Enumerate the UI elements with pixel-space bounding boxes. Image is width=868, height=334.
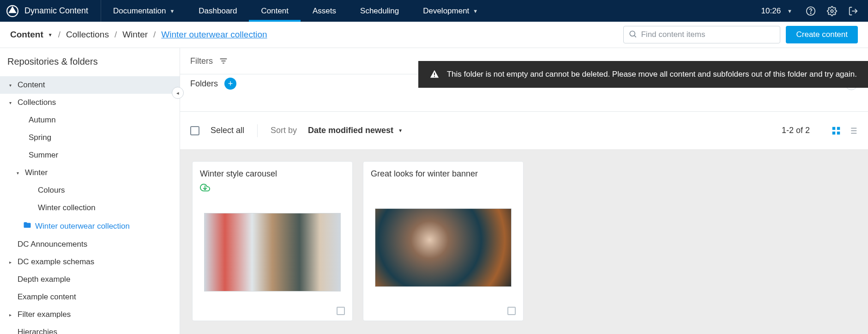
nav-scheduling[interactable]: Scheduling (348, 0, 411, 22)
svg-rect-8 (434, 76, 435, 77)
logout-icon[interactable] (847, 5, 860, 18)
select-all-label: Select all (211, 126, 244, 135)
brand-text: Dynamic Content (24, 6, 88, 16)
sort-value-text: Date modified newest (308, 126, 393, 135)
tree-label: Winter outerwear collection (35, 222, 130, 231)
breadcrumb-root-label: Content (10, 30, 43, 40)
divider (257, 124, 258, 137)
nav-item-label: Scheduling (360, 6, 399, 16)
tree-root-content[interactable]: ▾ Content (0, 76, 180, 94)
tree-collections[interactable]: ▾ Collections (0, 94, 180, 111)
sidebar: Repositories & folders ▾ Content ▾ Colle… (0, 48, 180, 334)
add-folder-button[interactable]: + (224, 78, 236, 90)
breadcrumb-current[interactable]: Winter outerwear collection (161, 30, 267, 40)
content-card[interactable]: Great looks for winter banner (363, 161, 524, 321)
svg-rect-12 (832, 127, 835, 129)
settings-icon[interactable] (826, 5, 838, 18)
search-input[interactable] (641, 30, 775, 39)
tree-hierarchies[interactable]: ▸Hierarchies (0, 323, 180, 334)
top-nav: Dynamic Content Documentation ▼ Dashboar… (0, 0, 868, 22)
filter-icon[interactable] (218, 56, 229, 66)
list-view-button[interactable] (848, 126, 858, 136)
tree-dc-example-schemas[interactable]: ▸DC example schemas (0, 253, 180, 271)
folder-icon (23, 221, 31, 231)
card-grid: Winter style carousel Great looks for wi… (180, 149, 868, 334)
card-select-checkbox[interactable] (337, 307, 345, 315)
result-count: 1-2 of 2 (782, 126, 810, 135)
breadcrumb: Content ▼ / Collections / Winter / Winte… (10, 30, 267, 40)
content-card[interactable]: Winter style carousel (192, 161, 353, 321)
tree-label: Spring (29, 133, 51, 142)
tree-summer[interactable]: ▸Summer (0, 146, 180, 164)
tree-depth-example[interactable]: ▸Depth example (0, 271, 180, 288)
svg-point-3 (831, 10, 833, 12)
breadcrumb-separator: / (115, 30, 117, 40)
help-icon[interactable] (804, 5, 817, 18)
chevron-left-icon: ◂ (176, 90, 179, 96)
nav-dashboard[interactable]: Dashboard (187, 0, 249, 22)
select-all-checkbox[interactable] (190, 126, 199, 135)
nav-content[interactable]: Content (249, 0, 301, 22)
nav-documentation[interactable]: Documentation ▼ (101, 0, 187, 22)
published-icon (200, 182, 345, 194)
tree-winter-collection[interactable]: ▸Winter collection (0, 199, 180, 217)
tree-dc-announcements[interactable]: ▸DC Announcements (0, 236, 180, 253)
tree-autumn[interactable]: ▸Autumn (0, 111, 180, 129)
warning-icon (429, 69, 440, 79)
breadcrumb-root[interactable]: Content ▼ (10, 30, 53, 40)
error-toast-text: This folder is not empty and cannot be d… (447, 70, 857, 79)
card-thumbnail (371, 193, 516, 303)
sidebar-title: Repositories & folders (0, 56, 180, 76)
create-content-button[interactable]: Create content (786, 26, 858, 43)
card-title: Great looks for winter banner (371, 169, 516, 179)
chevron-down-icon: ▾ (6, 100, 14, 105)
tree-label: Filter examples (18, 310, 71, 319)
nav-item-label: Development (423, 6, 469, 16)
svg-line-6 (635, 36, 636, 37)
sort-by-label: Sort by (271, 126, 297, 135)
plus-icon: + (228, 79, 233, 89)
card-thumbnail (200, 201, 345, 303)
chevron-down-icon: ▼ (48, 32, 53, 37)
svg-rect-14 (832, 131, 835, 134)
chevron-right-icon: ▸ (6, 260, 14, 265)
chevron-down-icon: ▼ (787, 8, 792, 14)
tree-colours[interactable]: ▸Colours (0, 182, 180, 199)
topnav-right: 10:26 ▼ (761, 0, 868, 22)
tree-winter-outerwear-collection[interactable]: Winter outerwear collection (0, 217, 180, 236)
svg-point-5 (630, 31, 635, 36)
nav-assets[interactable]: Assets (301, 0, 348, 22)
breadcrumb-winter[interactable]: Winter (122, 30, 148, 40)
folders-label: Folders (190, 79, 218, 89)
card-select-checkbox[interactable] (507, 307, 516, 315)
collapse-sidebar-button[interactable]: ◂ (172, 87, 184, 99)
tree-spring[interactable]: ▸Spring (0, 129, 180, 146)
tree-label: Depth example (18, 275, 70, 284)
subbar: Content ▼ / Collections / Winter / Winte… (0, 22, 868, 48)
clock-text: 10:26 (761, 6, 781, 16)
search-input-wrapper[interactable] (623, 26, 780, 43)
tree-label: Colours (38, 186, 65, 195)
svg-point-2 (810, 12, 811, 13)
chevron-down-icon: ▼ (169, 8, 175, 14)
tree-winter[interactable]: ▾ Winter (0, 164, 180, 182)
clock[interactable]: 10:26 ▼ (761, 6, 796, 16)
filters-label: Filters (190, 56, 213, 66)
breadcrumb-separator: / (153, 30, 156, 40)
nav-development[interactable]: Development ▼ (411, 0, 490, 22)
main: Repositories & folders ▾ Content ▾ Colle… (0, 48, 868, 334)
tree-example-content[interactable]: ▸Example content (0, 288, 180, 306)
svg-rect-15 (837, 131, 840, 134)
nav-item-label: Documentation (113, 6, 166, 16)
breadcrumb-collections[interactable]: Collections (66, 30, 109, 40)
tree-label: Hierarchies (18, 328, 57, 334)
tree-label: DC example schemas (18, 257, 94, 267)
grid-view-button[interactable] (831, 126, 841, 136)
tree-label: Winter collection (38, 203, 96, 213)
nav-item-label: Dashboard (199, 6, 237, 16)
sort-dropdown[interactable]: Date modified newest ▼ (308, 126, 403, 135)
chevron-down-icon: ▾ (6, 83, 14, 88)
tree-label: Winter (25, 168, 48, 177)
tree-filter-examples[interactable]: ▸Filter examples (0, 306, 180, 323)
chevron-down-icon: ▼ (398, 128, 403, 133)
